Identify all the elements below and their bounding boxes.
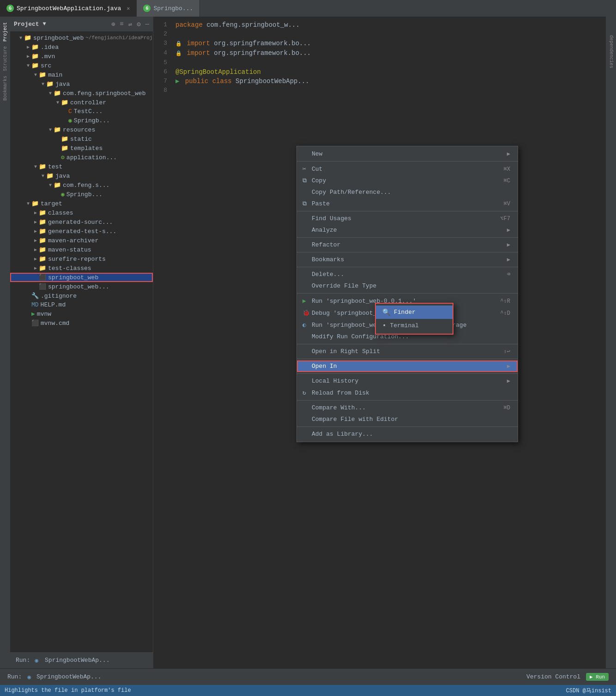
tab-active[interactable]: G SpringbootWebApplication.java ✕	[0, 0, 137, 17]
editor-panel: 1 package com.feng.springboot_w... 2 3 🔒	[153, 17, 606, 668]
tree-node-idea[interactable]: ▶ 📁 .idea	[10, 42, 153, 52]
analyze-arrow: ▶	[507, 227, 510, 234]
arrow-gen-test: ▶	[32, 228, 39, 234]
run-area: Run: ◉ SpringbootWebAp...	[10, 652, 153, 668]
tree-node-springboot-jar2[interactable]: ⬛ springboot_web...	[10, 282, 153, 291]
menu-item-paste[interactable]: ⧉ Paste ⌘V	[297, 198, 518, 210]
tree-node-test-classes[interactable]: ▶ 📁 test-classes	[10, 264, 153, 273]
locate-icon[interactable]: ⊕	[111, 20, 115, 28]
root-path: ~/fengjianchi/ideaProject/spring...	[85, 35, 153, 41]
icon-src: 📁	[31, 62, 39, 69]
menu-item-add-library[interactable]: Add as Library...	[297, 428, 518, 440]
menu-item-local-history[interactable]: Local History ▶	[297, 375, 518, 387]
name-application: application...	[66, 154, 117, 161]
code-line-3: 3 🔒 import org.springframework.bo...	[153, 39, 606, 48]
tree-node-application[interactable]: ⚙ application...	[10, 153, 153, 162]
tree-node-helpmd[interactable]: MD HELP.md	[10, 300, 153, 309]
settings-icon[interactable]: ⚙	[137, 20, 140, 28]
tree-node-classes[interactable]: ▶ 📁 classes	[10, 208, 153, 217]
tree-node-maven-status[interactable]: ▶ 📁 maven-status	[10, 245, 153, 254]
tree-node-mvnwcmd[interactable]: ⬛ mvnw.cmd	[10, 318, 153, 328]
tree-node-templates[interactable]: 📁 templates	[10, 144, 153, 153]
tree-node-mvnw[interactable]: ▶ mvnw	[10, 309, 153, 318]
submenu-terminal[interactable]: ▪ Terminal	[376, 319, 453, 332]
header-icons: ⊕ ≡ ⇌ ⚙ —	[111, 20, 149, 28]
run-btn-bottom[interactable]: ▶ Run	[586, 673, 609, 681]
tree-node-testc[interactable]: C TestC...	[10, 107, 153, 116]
arrow-test-classes: ▶	[32, 265, 39, 271]
close-panel-icon[interactable]: —	[145, 20, 149, 28]
name-controller: controller	[70, 99, 106, 106]
tree-node-springb-test[interactable]: ◉ Springb...	[10, 190, 153, 199]
new-arrow: ▶	[507, 150, 510, 157]
menu-item-delete[interactable]: Delete... ⌫	[297, 269, 518, 280]
menu-item-reload[interactable]: ↻ Reload from Disk	[297, 387, 518, 399]
open-right-shortcut: ⇧↩	[504, 348, 510, 355]
tree-node-pkg-test[interactable]: ▼ 📁 com.feng.s...	[10, 180, 153, 190]
menu-item-analyze[interactable]: Analyze ▶	[297, 224, 518, 236]
name-springboot-jar: springboot_web	[48, 274, 98, 281]
reload-icon: ↻	[302, 389, 312, 396]
tree-node-static[interactable]: 📁 static	[10, 134, 153, 144]
collapse-all-icon[interactable]: ≡	[120, 20, 123, 28]
dependencies-label[interactable]: dependencies	[609, 35, 614, 68]
tree-node-mvn[interactable]: ▶ 📁 .mvn	[10, 52, 153, 61]
tree-node-resources[interactable]: ▼ 📁 resources	[10, 125, 153, 134]
sidebar-bookmarks-label[interactable]: Bookmarks	[2, 74, 9, 102]
menu-item-open-right[interactable]: Open in Right Split ⇧↩	[297, 346, 518, 357]
menu-item-cut[interactable]: ✂ Cut ⌘X	[297, 163, 518, 175]
menu-item-new[interactable]: New ▶	[297, 148, 518, 160]
menu-item-compare[interactable]: Compare With... ⌘D	[297, 402, 518, 414]
tree-node-test[interactable]: ▼ 📁 test	[10, 162, 153, 171]
menu-item-open-in[interactable]: Open In ▶	[297, 360, 518, 372]
tab-inactive[interactable]: G Springbo...	[137, 0, 200, 17]
cut-shortcut: ⌘X	[504, 166, 510, 173]
name-test: test	[48, 163, 62, 170]
icon-application: ⚙	[61, 154, 65, 161]
tree-node-target[interactable]: ▼ 📁 target	[10, 199, 153, 208]
tree-node-gitignore[interactable]: 🔧 .gitignore	[10, 291, 153, 300]
tree-node-main[interactable]: ▼ 📁 main	[10, 70, 153, 79]
tab-close-active[interactable]: ✕	[127, 5, 130, 12]
sidebar-project-label[interactable]: Project	[2, 20, 9, 43]
code-line-8: 8	[153, 86, 606, 95]
paste-icon: ⧉	[302, 200, 312, 207]
tree-node-java-test[interactable]: ▼ 📁 java	[10, 171, 153, 180]
tree-node-src[interactable]: ▼ 📁 src	[10, 61, 153, 70]
expand-icon[interactable]: ⇌	[128, 20, 132, 28]
menu-item-override-type[interactable]: Override File Type	[297, 280, 518, 292]
tree-node-surefire[interactable]: ▶ 📁 surefire-reports	[10, 254, 153, 264]
version-control-link[interactable]: Version Control	[526, 673, 580, 680]
arrow-controller: ▼	[54, 100, 61, 105]
icon-springb-ctrl: ◉	[68, 117, 72, 124]
sidebar-structure-label[interactable]: Structure	[2, 44, 9, 73]
arrow-classes: ▶	[32, 210, 39, 216]
menu-item-refactor[interactable]: Refactor ▶	[297, 239, 518, 251]
tree-node-controller[interactable]: ▼ 📁 controller	[10, 98, 153, 107]
tree-node-gen-test[interactable]: ▶ 📁 generated-test-s...	[10, 227, 153, 236]
tree-node-springboot-jar[interactable]: ⬛ springboot_web	[10, 273, 153, 282]
name-springb-test: Springb...	[66, 191, 103, 198]
name-static: static	[70, 136, 92, 143]
tree-root[interactable]: ▼ 📁 springboot_web ~/fengjianchi/ideaPro…	[10, 33, 153, 42]
panel-dropdown-arrow[interactable]: ▼	[43, 21, 46, 27]
line-code-3: 🔒 import org.springframework.bo...	[172, 39, 606, 48]
menu-item-copy[interactable]: ⧉ Copy ⌘C	[297, 175, 518, 186]
submenu-finder[interactable]: 🔍 Finder	[376, 306, 453, 319]
arrow-java-test: ▼	[40, 174, 46, 179]
tree-node-gen-src[interactable]: ▶ 📁 generated-sourc...	[10, 217, 153, 227]
debug-shortcut: ^⇧D	[500, 310, 510, 317]
line-num-8: 8	[153, 86, 172, 95]
tree-node-pkg[interactable]: ▼ 📁 com.feng.springboot_web	[10, 89, 153, 98]
menu-item-compare-editor[interactable]: Compare File with Editor	[297, 414, 518, 425]
icon-springb-test: ◉	[61, 191, 65, 198]
name-mvnwcmd: mvnw.cmd	[41, 320, 69, 327]
tab-icon-active: G	[6, 5, 14, 12]
context-menu: New ▶ ✂ Cut ⌘X ⧉ Copy ⌘C	[296, 146, 518, 442]
menu-item-find-usages[interactable]: Find Usages ⌥F7	[297, 213, 518, 224]
tree-node-java[interactable]: ▼ 📁 java	[10, 79, 153, 89]
menu-item-bookmarks[interactable]: Bookmarks ▶	[297, 254, 518, 265]
menu-item-copy-path[interactable]: Copy Path/Reference...	[297, 186, 518, 198]
tree-node-maven-arch[interactable]: ▶ 📁 maven-archiver	[10, 236, 153, 245]
tree-node-springb-ctrl[interactable]: ◉ Springb...	[10, 116, 153, 125]
